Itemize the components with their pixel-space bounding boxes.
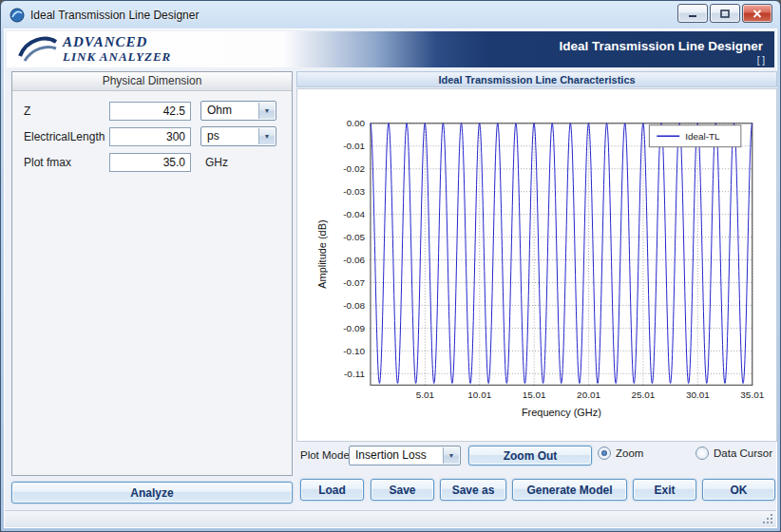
z-row: Z Ohm ▼: [12, 101, 292, 122]
plot-mode-value: Insertion Loss: [355, 448, 427, 462]
svg-text:-0.04: -0.04: [343, 209, 365, 219]
svg-text:Amplitude (dB): Amplitude (dB): [316, 219, 328, 288]
svg-text:35.01: 35.01: [740, 390, 764, 400]
zoom-radio-label: Zoom: [616, 447, 643, 459]
z-label: Z: [24, 104, 30, 118]
zoom-radio[interactable]: Zoom: [598, 446, 643, 460]
close-button[interactable]: [742, 4, 772, 23]
exit-button[interactable]: Exit: [633, 479, 696, 501]
plot-fmax-label: Plot fmax: [24, 156, 71, 169]
svg-text:Frequency (GHz): Frequency (GHz): [522, 407, 601, 418]
zoom-out-button[interactable]: Zoom Out: [468, 446, 592, 466]
analyze-button[interactable]: Analyze: [11, 482, 293, 504]
svg-text:15.01: 15.01: [523, 390, 546, 400]
app-window: Ideal Transmission Line Designer ADVANCE…: [0, 0, 781, 532]
svg-text:-0.01: -0.01: [343, 141, 365, 151]
banner-corner-mark: [ ]: [757, 55, 765, 66]
plot-fmax-unit-label: GHz: [205, 156, 228, 169]
svg-text:25.01: 25.01: [632, 390, 656, 400]
svg-text:30.01: 30.01: [686, 390, 710, 400]
maximize-button[interactable]: [710, 4, 740, 23]
electrical-length-unit-select[interactable]: ps ▼: [200, 126, 276, 146]
data-cursor-radio-label: Data Cursor: [714, 447, 772, 459]
electrical-length-row: ElectricalLength ps ▼: [12, 126, 292, 147]
resize-grip[interactable]: [763, 514, 774, 525]
chevron-down-icon: ▼: [443, 447, 459, 464]
svg-text:-0.06: -0.06: [343, 255, 365, 265]
svg-text:-0.08: -0.08: [343, 300, 365, 311]
load-button[interactable]: Load: [300, 479, 364, 501]
app-icon-glyph: [10, 8, 25, 23]
electrical-length-input[interactable]: [109, 127, 191, 146]
z-unit-value: Ohm: [207, 104, 232, 117]
plot-fmax-input[interactable]: [109, 153, 191, 172]
status-bar: [5, 510, 776, 527]
electrical-length-label: ElectricalLength: [24, 130, 105, 143]
chart-canvas[interactable]: 0.00-0.01-0.02-0.03-0.04-0.05-0.06-0.07-…: [296, 88, 777, 442]
minimize-icon: [688, 10, 697, 18]
svg-text:0.00: 0.00: [347, 118, 366, 128]
chevron-down-icon: ▼: [258, 128, 275, 144]
minimize-button[interactable]: [677, 4, 708, 23]
svg-text:-0.10: -0.10: [343, 346, 365, 356]
physical-dimension-panel: Physical Dimension Z Ohm ▼ ElectricalLen…: [11, 71, 293, 476]
radio-circle-icon: [695, 446, 709, 460]
close-icon: [752, 10, 762, 18]
svg-text:-0.02: -0.02: [343, 163, 365, 174]
z-unit-select[interactable]: Ohm ▼: [200, 101, 276, 121]
plot-fmax-row: Plot fmax GHz: [12, 152, 292, 173]
svg-text:-0.09: -0.09: [343, 323, 365, 333]
electrical-length-unit-value: ps: [207, 129, 219, 142]
chevron-down-icon: ▼: [258, 103, 275, 119]
chart-panel-title: Ideal Transmission Line Characteristics: [296, 71, 777, 87]
window-title: Ideal Transmission Line Designer: [30, 9, 199, 22]
svg-text:-0.05: -0.05: [343, 232, 365, 242]
transmission-line-chart[interactable]: 0.00-0.01-0.02-0.03-0.04-0.05-0.06-0.07-…: [297, 89, 776, 441]
titlebar[interactable]: Ideal Transmission Line Designer: [1, 1, 780, 28]
svg-text:10.01: 10.01: [467, 390, 491, 400]
logo-text: ADVANCED LINK ANALYZER: [63, 35, 171, 63]
advanced-link-analyzer-logo: ADVANCED LINK ANALYZER: [16, 34, 171, 65]
svg-text:-0.07: -0.07: [343, 277, 365, 288]
plot-mode-select[interactable]: Insertion Loss ▼: [349, 446, 461, 466]
svg-text:-0.11: -0.11: [344, 369, 365, 379]
physical-dimension-title: Physical Dimension: [12, 72, 292, 91]
data-cursor-radio[interactable]: Data Cursor: [695, 446, 772, 460]
svg-text:-0.03: -0.03: [343, 186, 365, 197]
app-icon: [10, 8, 25, 23]
svg-text:20.01: 20.01: [577, 390, 600, 400]
save-as-button[interactable]: Save as: [440, 479, 506, 501]
svg-text:5.01: 5.01: [416, 390, 435, 400]
logo-line2: LINK ANALYZER: [63, 50, 171, 64]
radio-circle-icon: [598, 446, 611, 460]
logo-line1: ADVANCED: [63, 35, 171, 50]
header-banner: ADVANCED LINK ANALYZER Ideal Transmissio…: [7, 31, 774, 67]
svg-text:Ideal-TL: Ideal-TL: [685, 131, 720, 142]
z-input[interactable]: [109, 102, 191, 121]
banner-title: Ideal Transmission Line Designer: [559, 39, 763, 53]
maximize-icon: [720, 10, 730, 18]
ok-button[interactable]: OK: [702, 479, 775, 501]
caption-buttons: [677, 4, 772, 23]
plot-mode-label: Plot Mode: [300, 449, 350, 461]
client-area: ADVANCED LINK ANALYZER Ideal Transmissio…: [4, 28, 777, 528]
generate-model-button[interactable]: Generate Model: [512, 479, 627, 501]
logo-swoosh-icon: [16, 34, 58, 65]
save-button[interactable]: Save: [371, 479, 434, 501]
